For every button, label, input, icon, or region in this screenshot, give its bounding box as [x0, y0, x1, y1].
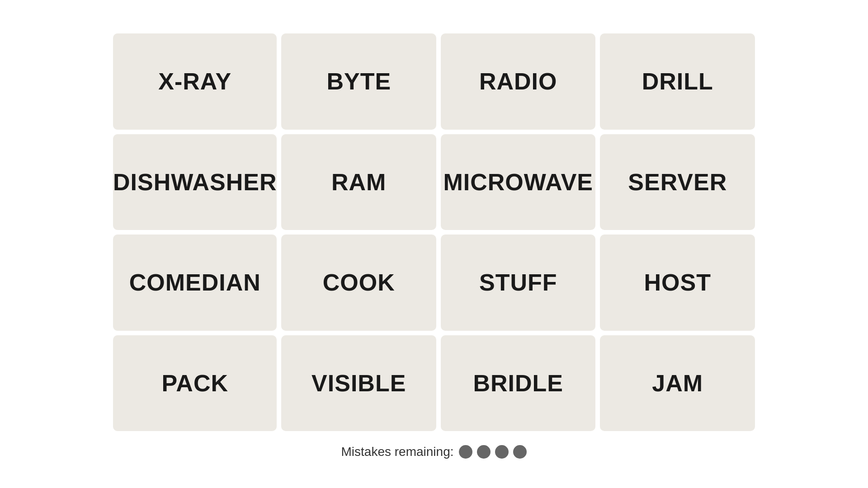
- mistake-dot-3: [495, 445, 509, 459]
- grid-cell-microwave[interactable]: MICROWAVE: [441, 134, 596, 230]
- grid-cell-byte[interactable]: BYTE: [281, 33, 436, 130]
- footer: Mistakes remaining:: [341, 445, 527, 459]
- cell-label-radio: RADIO: [479, 68, 557, 95]
- cell-label-stuff: STUFF: [479, 269, 557, 296]
- grid-cell-visible[interactable]: VISIBLE: [281, 335, 436, 432]
- cell-label-dishwasher: DISHWASHER: [113, 169, 277, 196]
- cell-label-bridle: BRIDLE: [473, 370, 563, 397]
- grid-cell-drill[interactable]: DRILL: [600, 33, 755, 130]
- grid-cell-radio[interactable]: RADIO: [441, 33, 596, 130]
- cell-label-server: SERVER: [628, 169, 727, 196]
- grid-cell-ram[interactable]: RAM: [281, 134, 436, 230]
- grid-cell-cook[interactable]: COOK: [281, 235, 436, 331]
- mistakes-dots: [459, 445, 527, 459]
- mistakes-label: Mistakes remaining:: [341, 445, 454, 459]
- cell-label-microwave: MICROWAVE: [443, 169, 593, 196]
- grid-cell-xray[interactable]: X-RAY: [113, 33, 277, 130]
- cell-label-host: HOST: [644, 269, 711, 296]
- cell-label-jam: JAM: [652, 370, 703, 397]
- grid-cell-stuff[interactable]: STUFF: [441, 235, 596, 331]
- grid-cell-host[interactable]: HOST: [600, 235, 755, 331]
- grid-cell-pack[interactable]: PACK: [113, 335, 277, 432]
- cell-label-drill: DRILL: [642, 68, 713, 95]
- word-grid: X-RAYBYTERADIODRILLDISHWASHERRAMMICROWAV…: [108, 29, 760, 436]
- grid-cell-jam[interactable]: JAM: [600, 335, 755, 432]
- mistake-dot-1: [459, 445, 472, 459]
- mistake-dot-2: [477, 445, 491, 459]
- grid-cell-comedian[interactable]: COMEDIAN: [113, 235, 277, 331]
- cell-label-byte: BYTE: [326, 68, 391, 95]
- grid-cell-server[interactable]: SERVER: [600, 134, 755, 230]
- cell-label-pack: PACK: [162, 370, 228, 397]
- grid-cell-dishwasher[interactable]: DISHWASHER: [113, 134, 277, 230]
- grid-cell-bridle[interactable]: BRIDLE: [441, 335, 596, 432]
- cell-label-cook: COOK: [323, 269, 395, 296]
- mistake-dot-4: [513, 445, 527, 459]
- cell-label-comedian: COMEDIAN: [129, 269, 261, 296]
- cell-label-visible: VISIBLE: [311, 370, 406, 397]
- cell-label-ram: RAM: [331, 169, 386, 196]
- cell-label-xray: X-RAY: [158, 68, 231, 95]
